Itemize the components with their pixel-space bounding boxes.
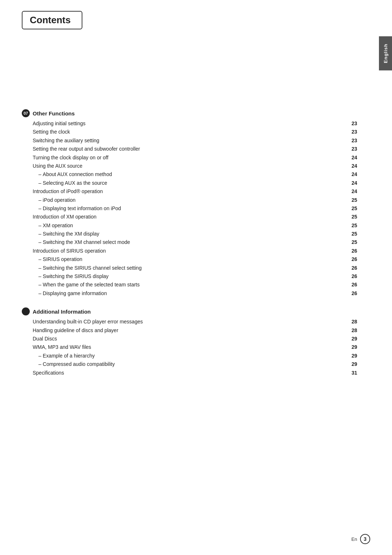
toc-sublist: –SIRIUS operation26–Switching the SIRIUS…	[33, 255, 357, 297]
toc-entry-page: 31	[351, 369, 357, 377]
contents-title-box: Contents	[22, 11, 82, 29]
toc-subentry: –Switching the SIRIUS display26	[38, 272, 357, 280]
toc-subentry-text: Switching the SIRIUS channel select sett…	[43, 264, 350, 272]
toc-entry-page: 25	[351, 213, 357, 221]
toc-subentry: –Selecting AUX as the source24	[38, 179, 357, 187]
toc-subentry-text: Switching the SIRIUS display	[43, 272, 350, 280]
toc-subentry-page: 25	[351, 221, 357, 229]
toc-list-additional-information: Understanding built-in CD player error m…	[22, 318, 357, 377]
toc-entry-page: 29	[351, 343, 357, 351]
toc-sublist-wrapper: –Example of a hierarchy29–Compressed aud…	[33, 352, 357, 368]
toc-subentry: –Displaying text information on iPod25	[38, 204, 357, 212]
toc-entry: Specifications31	[33, 369, 357, 377]
toc-entry-text: Understanding built-in CD player error m…	[33, 318, 349, 326]
toc-subentry-dash: –	[38, 264, 41, 272]
toc-subentry-page: 24	[351, 179, 357, 187]
toc-entry: Setting the clock23	[33, 128, 357, 136]
toc-entry: Using the AUX source24	[33, 162, 357, 170]
toc-subentry-dash: –	[38, 238, 41, 246]
toc-entry-page: 28	[351, 318, 357, 326]
toc-subentry: –Switching the XM display25	[38, 230, 357, 238]
toc-entry: Setting the rear output and subwoofer co…	[33, 145, 357, 153]
toc-entry-page: 23	[351, 119, 357, 127]
toc-subentry-page: 25	[351, 230, 357, 238]
footer-label: En	[351, 536, 357, 542]
toc-subentry-text: When the game of the selected team start…	[43, 281, 350, 289]
toc-entry-text: Introduction of SIRIUS operation	[33, 247, 349, 255]
toc-subentry-dash: –	[38, 230, 41, 238]
toc-entry: Introduction of iPod® operation24	[33, 187, 357, 195]
footer-page-number: 3	[360, 534, 370, 544]
toc-entry-page: 24	[351, 187, 357, 195]
toc-subentry: –Displaying game information26	[38, 289, 357, 297]
toc-sublist: –About AUX connection method24–Selecting…	[33, 170, 357, 187]
toc-subentry-page: 24	[351, 170, 357, 178]
toc-entry-page: 24	[351, 154, 357, 162]
toc-subentry-page: 25	[351, 196, 357, 204]
toc-subentry-dash: –	[38, 170, 41, 178]
toc-subentry-dash: –	[38, 272, 41, 280]
toc-subentry-dash: –	[38, 352, 41, 360]
toc-subentry: –XM operation25	[38, 221, 357, 229]
toc-subentry-page: 26	[351, 264, 357, 272]
toc-entry: Dual Discs29	[33, 335, 357, 343]
section-other-functions: 07Other FunctionsAdjusting initial setti…	[22, 109, 357, 297]
toc-entry: Introduction of XM operation25	[33, 213, 357, 221]
toc-entry: Turning the clock display on or off24	[33, 154, 357, 162]
toc-entry-text: Turning the clock display on or off	[33, 154, 349, 162]
toc-entry-page: 23	[351, 136, 357, 144]
toc-subentry-dash: –	[38, 360, 41, 368]
toc-list-other-functions: Adjusting initial settings23Setting the …	[22, 119, 357, 297]
toc-subentry-text: SIRIUS operation	[43, 255, 350, 263]
toc-subentry-page: 25	[351, 204, 357, 212]
toc-entry-text: Setting the clock	[33, 128, 349, 136]
section-header-additional-information: Additional Information	[22, 307, 357, 315]
toc-sublist: –XM operation25–Switching the XM display…	[33, 221, 357, 246]
toc-subentry-dash: –	[38, 204, 41, 212]
toc-entry-text: Switching the auxiliary setting	[33, 136, 349, 144]
toc-subentry-page: 26	[351, 255, 357, 263]
toc-sublist-wrapper: –About AUX connection method24–Selecting…	[33, 170, 357, 187]
toc-subentry-text: Displaying text information on iPod	[43, 204, 350, 212]
toc-subentry-text: Example of a hierarchy	[43, 352, 350, 360]
toc-entry-text: Using the AUX source	[33, 162, 349, 170]
toc-subentry-dash: –	[38, 179, 41, 187]
toc-subentry-text: Displaying game information	[43, 289, 350, 297]
toc-subentry: –Example of a hierarchy29	[38, 352, 357, 360]
toc-subentry: –Switching the XM channel select mode25	[38, 238, 357, 246]
content-area: Contents 07Other FunctionsAdjusting init…	[0, 0, 379, 401]
side-tab: English	[379, 36, 392, 70]
toc-entry: WMA, MP3 and WAV files29	[33, 343, 357, 351]
page-wrapper: English Contents 07Other FunctionsAdjust…	[0, 0, 392, 555]
section-additional-information: Additional InformationUnderstanding buil…	[22, 307, 357, 377]
toc-subentry-text: iPod operation	[43, 196, 350, 204]
toc-entry-page: 23	[351, 145, 357, 153]
toc-entry: Adjusting initial settings23	[33, 119, 357, 127]
toc-sublist-wrapper: –iPod operation25–Displaying text inform…	[33, 196, 357, 213]
toc-entry-page: 23	[351, 128, 357, 136]
toc-subentry-dash: –	[38, 221, 41, 229]
section-header-other-functions: 07Other Functions	[22, 109, 357, 117]
toc-subentry: –Switching the SIRIUS channel select set…	[38, 264, 357, 272]
toc-subentry-text: Selecting AUX as the source	[43, 179, 350, 187]
toc-subentry-dash: –	[38, 196, 41, 204]
toc-sublist: –Example of a hierarchy29–Compressed aud…	[33, 352, 357, 368]
toc-subentry-dash: –	[38, 281, 41, 289]
toc-subentry-text: XM operation	[43, 221, 350, 229]
toc-entry-text: Handling guideline of discs and player	[33, 326, 349, 334]
toc-entry: Understanding built-in CD player error m…	[33, 318, 357, 326]
toc-entry: Handling guideline of discs and player28	[33, 326, 357, 334]
side-tab-text: English	[383, 44, 388, 63]
toc-subentry-page: 29	[351, 360, 357, 368]
page-footer: En 3	[351, 534, 370, 544]
toc-entry-text: Dual Discs	[33, 335, 349, 343]
toc-subentry-text: Switching the XM channel select mode	[43, 238, 350, 246]
toc-entry-text: Adjusting initial settings	[33, 119, 349, 127]
toc-entry-text: Specifications	[33, 369, 349, 377]
toc-entry-text: Introduction of iPod® operation	[33, 187, 349, 195]
page-title: Contents	[30, 15, 71, 25]
toc-subentry-page: 26	[351, 281, 357, 289]
toc-subentry: –Compressed audio compatibility29	[38, 360, 357, 368]
toc-sections: 07Other FunctionsAdjusting initial setti…	[22, 109, 357, 377]
toc-entry: Switching the auxiliary setting23	[33, 136, 357, 144]
